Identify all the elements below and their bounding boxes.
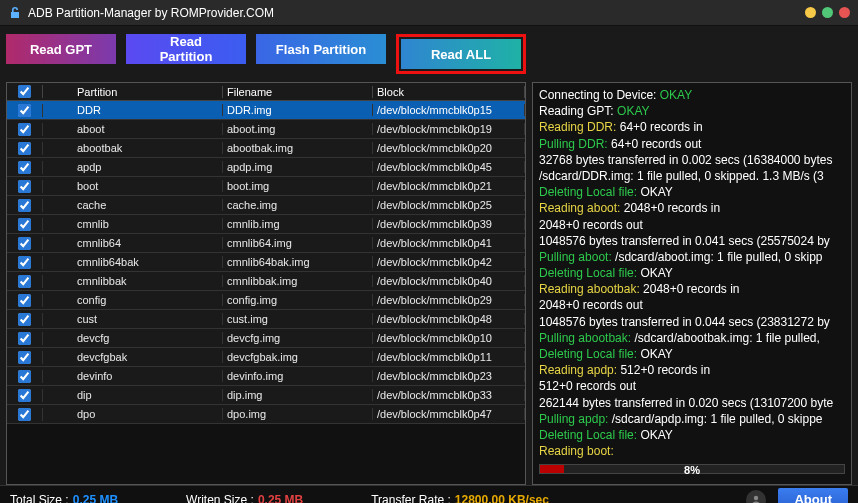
table-row[interactable]: custcust.img/dev/block/mmcblk0p48 <box>7 310 525 329</box>
log-panel: Connecting to Device: OKAYReading GPT: O… <box>532 82 852 485</box>
row-checkbox-cell[interactable] <box>7 408 43 421</box>
row-filename: devinfo.img <box>223 370 373 382</box>
row-checkbox[interactable] <box>18 294 31 307</box>
row-checkbox[interactable] <box>18 351 31 364</box>
row-partition: devinfo <box>73 370 223 382</box>
log-line: Pulling aboot: /sdcard/aboot.img: 1 file… <box>539 249 845 265</box>
row-checkbox-cell[interactable] <box>7 123 43 136</box>
row-checkbox-cell[interactable] <box>7 180 43 193</box>
row-partition: apdp <box>73 161 223 173</box>
row-checkbox[interactable] <box>18 161 31 174</box>
log-line: 2048+0 records out <box>539 297 845 313</box>
row-block: /dev/block/mmcblk0p40 <box>373 275 525 287</box>
header-partition: Partition <box>73 86 223 98</box>
table-row[interactable]: apdpapdp.img/dev/block/mmcblk0p45 <box>7 158 525 177</box>
row-checkbox-cell[interactable] <box>7 142 43 155</box>
row-checkbox-cell[interactable] <box>7 294 43 307</box>
table-row[interactable]: cmnlib64bakcmnlib64bak.img/dev/block/mmc… <box>7 253 525 272</box>
row-checkbox[interactable] <box>18 313 31 326</box>
row-block: /dev/block/mmcblk0p33 <box>373 389 525 401</box>
row-filename: DDR.img <box>223 104 373 116</box>
row-checkbox[interactable] <box>18 142 31 155</box>
row-checkbox[interactable] <box>18 123 31 136</box>
row-checkbox[interactable] <box>18 104 31 117</box>
user-icon[interactable] <box>746 490 766 504</box>
row-block: /dev/block/mmcblk0p48 <box>373 313 525 325</box>
table-row[interactable]: cachecache.img/dev/block/mmcblk0p25 <box>7 196 525 215</box>
log-line: Reading abootbak: 2048+0 records in <box>539 281 845 297</box>
row-checkbox-cell[interactable] <box>7 104 43 117</box>
table-row[interactable]: abootaboot.img/dev/block/mmcblk0p19 <box>7 120 525 139</box>
table-row[interactable]: cmnlibbakcmnlibbak.img/dev/block/mmcblk0… <box>7 272 525 291</box>
table-body: DDRDDR.img/dev/block/mmcblk0p15abootaboo… <box>7 101 525 424</box>
row-checkbox[interactable] <box>18 218 31 231</box>
table-row[interactable]: devinfodevinfo.img/dev/block/mmcblk0p23 <box>7 367 525 386</box>
header-checkbox-cell[interactable] <box>7 85 43 98</box>
progress-text: 8% <box>540 463 844 478</box>
row-partition: cmnlib <box>73 218 223 230</box>
log-line: Pulling DDR: 64+0 records out <box>539 136 845 152</box>
row-partition: devcfg <box>73 332 223 344</box>
row-checkbox[interactable] <box>18 180 31 193</box>
read-gpt-button[interactable]: Read GPT <box>6 34 116 64</box>
table-row[interactable]: configconfig.img/dev/block/mmcblk0p29 <box>7 291 525 310</box>
row-filename: dip.img <box>223 389 373 401</box>
maximize-icon[interactable] <box>822 7 833 18</box>
row-filename: cache.img <box>223 199 373 211</box>
table-row[interactable]: dpodpo.img/dev/block/mmcblk0p47 <box>7 405 525 424</box>
about-button[interactable]: About <box>778 488 848 503</box>
row-partition: config <box>73 294 223 306</box>
table-row[interactable]: cmnlibcmnlib.img/dev/block/mmcblk0p39 <box>7 215 525 234</box>
row-block: /dev/block/mmcblk0p21 <box>373 180 525 192</box>
lock-open-icon <box>8 6 22 20</box>
row-filename: abootbak.img <box>223 142 373 154</box>
row-checkbox-cell[interactable] <box>7 161 43 174</box>
table-row[interactable]: abootbakabootbak.img/dev/block/mmcblk0p2… <box>7 139 525 158</box>
row-checkbox-cell[interactable] <box>7 389 43 402</box>
log-line: 2048+0 records out <box>539 217 845 233</box>
row-checkbox[interactable] <box>18 275 31 288</box>
row-partition: cust <box>73 313 223 325</box>
row-block: /dev/block/mmcblk0p25 <box>373 199 525 211</box>
row-checkbox[interactable] <box>18 389 31 402</box>
row-checkbox-cell[interactable] <box>7 332 43 345</box>
progress-bar: 8% <box>539 464 845 478</box>
read-partition-button[interactable]: Read Partition <box>126 34 246 64</box>
row-checkbox-cell[interactable] <box>7 313 43 326</box>
row-checkbox-cell[interactable] <box>7 370 43 383</box>
table-row[interactable]: dipdip.img/dev/block/mmcblk0p33 <box>7 386 525 405</box>
app-title: ADB Partition-Manager by ROMProvider.COM <box>28 6 805 20</box>
row-partition: dpo <box>73 408 223 420</box>
select-all-checkbox[interactable] <box>18 85 31 98</box>
row-checkbox-cell[interactable] <box>7 351 43 364</box>
row-checkbox[interactable] <box>18 199 31 212</box>
row-checkbox-cell[interactable] <box>7 275 43 288</box>
row-checkbox[interactable] <box>18 237 31 250</box>
row-filename: config.img <box>223 294 373 306</box>
row-partition: aboot <box>73 123 223 135</box>
table-header: Partition Filename Block <box>7 83 525 101</box>
table-row[interactable]: bootboot.img/dev/block/mmcblk0p21 <box>7 177 525 196</box>
close-icon[interactable] <box>839 7 850 18</box>
partition-table[interactable]: Partition Filename Block DDRDDR.img/dev/… <box>6 82 526 485</box>
row-checkbox[interactable] <box>18 408 31 421</box>
row-checkbox-cell[interactable] <box>7 199 43 212</box>
row-checkbox[interactable] <box>18 256 31 269</box>
flash-partition-button[interactable]: Flash Partition <box>256 34 386 64</box>
row-checkbox[interactable] <box>18 370 31 383</box>
row-checkbox-cell[interactable] <box>7 256 43 269</box>
table-row[interactable]: devcfgbakdevcfgbak.img/dev/block/mmcblk0… <box>7 348 525 367</box>
table-row[interactable]: cmnlib64cmnlib64.img/dev/block/mmcblk0p4… <box>7 234 525 253</box>
table-row[interactable]: DDRDDR.img/dev/block/mmcblk0p15 <box>7 101 525 120</box>
log-lines: Connecting to Device: OKAYReading GPT: O… <box>539 87 845 459</box>
table-row[interactable]: devcfgdevcfg.img/dev/block/mmcblk0p10 <box>7 329 525 348</box>
row-partition: abootbak <box>73 142 223 154</box>
row-partition: boot <box>73 180 223 192</box>
row-checkbox-cell[interactable] <box>7 218 43 231</box>
row-checkbox-cell[interactable] <box>7 237 43 250</box>
minimize-icon[interactable] <box>805 7 816 18</box>
row-block: /dev/block/mmcblk0p10 <box>373 332 525 344</box>
status-bar: Total Size : 0.25 MB Writen Size : 0.25 … <box>0 485 858 503</box>
row-checkbox[interactable] <box>18 332 31 345</box>
read-all-button[interactable]: Read ALL <box>401 39 521 69</box>
